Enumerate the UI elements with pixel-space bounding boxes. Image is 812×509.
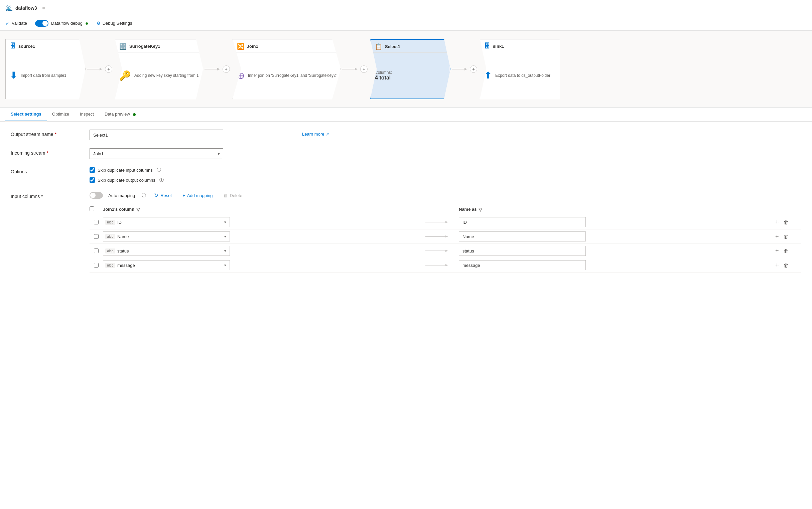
- skip-input-info-icon[interactable]: ⓘ: [157, 167, 161, 173]
- node-icon-source1: 🗄: [10, 43, 16, 50]
- delete-button[interactable]: 🗑 Delete: [221, 192, 245, 199]
- pipeline-node-join1[interactable]: 🔀 Join1 ⊕ Inner join on 'SurrogateKey1' …: [233, 39, 341, 99]
- pipeline-node-select1[interactable]: 📋 Select1 Columns: 4 total: [370, 39, 450, 99]
- add-node-2-button[interactable]: +: [223, 65, 230, 73]
- tab-select-settings[interactable]: Select settings: [5, 107, 47, 121]
- row-source-input-0[interactable]: [117, 220, 224, 225]
- add-mapping-button[interactable]: + Add mapping: [180, 192, 215, 199]
- source-dropdown-icon-2[interactable]: ▾: [224, 249, 228, 253]
- output-stream-input[interactable]: [90, 130, 223, 140]
- row-add-button-0[interactable]: +: [775, 218, 780, 227]
- table-row: abc ▾ + 🗑: [90, 258, 801, 273]
- row-add-button-2[interactable]: +: [775, 247, 780, 255]
- source-filter-icon[interactable]: ▽: [136, 207, 140, 212]
- skip-duplicate-input-checkbox[interactable]: [90, 167, 95, 173]
- node-sink-icon: ⬆: [484, 70, 492, 81]
- top-bar: 🌊 dataflow3: [0, 0, 812, 16]
- row-checkbox-0[interactable]: [94, 220, 99, 225]
- select-all-checkbox[interactable]: [90, 206, 94, 211]
- settings-icon: ⚙: [97, 21, 101, 26]
- row-checkbox-1[interactable]: [94, 234, 99, 239]
- row-target-input-2[interactable]: [459, 246, 586, 256]
- pipeline-canvas: 🗄 source1 ⬇ Import data from sample1 + 🔢…: [0, 31, 812, 107]
- row-target-2: [459, 246, 775, 256]
- skip-duplicate-output-row: Skip duplicate output columns ⓘ: [90, 177, 164, 183]
- row-target-1: [459, 232, 775, 241]
- node-header-source1: 🗄 source1: [6, 39, 85, 52]
- node-body-source1: ⬇ Import data from sample1: [6, 52, 85, 99]
- row-actions-3: + 🗑: [775, 261, 801, 270]
- pipeline-node-surrogatekey1[interactable]: 🔢 SurrogateKey1 🔑 Adding new key skey st…: [115, 39, 203, 99]
- reset-icon: ↻: [154, 192, 158, 198]
- connector-arrow-1: [87, 66, 104, 72]
- incoming-stream-select[interactable]: Join1: [90, 148, 223, 159]
- header-check-col: [90, 206, 103, 212]
- node-body-sink1: ⬆ Export data to ds_outputFolder: [480, 52, 560, 99]
- pipeline-node-sink1[interactable]: 🗄 sink1 ⬆ Export data to ds_outputFolder: [480, 39, 560, 99]
- node-body-surrogatekey1: 🔑 Adding new key skey starting from 1: [115, 53, 203, 99]
- incoming-stream-row: Incoming stream * Join1 ▾: [11, 148, 801, 159]
- source-dropdown-icon-3[interactable]: ▾: [224, 263, 228, 268]
- row-target-input-1[interactable]: [459, 232, 586, 241]
- required-marker-3: *: [41, 194, 43, 199]
- validate-icon: ✓: [5, 21, 10, 26]
- validate-button[interactable]: ✓ Validate: [5, 21, 27, 26]
- abc-tag-1: abc: [105, 234, 115, 239]
- row-source-1: abc ▾: [103, 232, 419, 241]
- connector-4: +: [450, 65, 480, 73]
- row-checkbox-2[interactable]: [94, 248, 99, 253]
- incoming-stream-label: Incoming stream *: [11, 148, 84, 156]
- reset-button[interactable]: ↻ Reset: [151, 191, 174, 200]
- skip-output-info-icon[interactable]: ⓘ: [159, 177, 164, 183]
- input-columns-label: Input columns *: [11, 191, 84, 199]
- source-dropdown-icon-0[interactable]: ▾: [224, 220, 228, 225]
- abc-tag-2: abc: [105, 248, 115, 253]
- learn-more-link[interactable]: Learn more ↗: [302, 130, 329, 137]
- row-add-button-1[interactable]: +: [775, 233, 780, 241]
- row-target-input-0[interactable]: [459, 217, 586, 227]
- row-source-wrapper-2: abc ▾: [103, 246, 230, 256]
- node-columns-info: Columns: 4 total: [375, 70, 392, 81]
- row-delete-button-1[interactable]: 🗑: [783, 233, 789, 240]
- debug-settings-button[interactable]: ⚙ Debug Settings: [97, 21, 132, 26]
- row-source-input-1[interactable]: [117, 234, 224, 239]
- tab-data-preview[interactable]: Data preview: [99, 107, 141, 121]
- row-arrow-0: [419, 219, 459, 225]
- node-icon-sink: 🗄: [484, 43, 490, 50]
- tab-inspect[interactable]: Inspect: [74, 107, 99, 121]
- row-delete-button-2[interactable]: 🗑: [783, 247, 789, 254]
- auto-mapping-toggle[interactable]: [90, 192, 103, 199]
- row-source-wrapper-1: abc ▾: [103, 232, 230, 241]
- row-add-button-3[interactable]: +: [775, 261, 780, 270]
- source-dropdown-icon-1[interactable]: ▾: [224, 234, 228, 239]
- row-target-input-3[interactable]: [459, 260, 586, 270]
- incoming-stream-select-wrap: Join1 ▾: [90, 148, 223, 159]
- row-delete-button-0[interactable]: 🗑: [783, 219, 789, 226]
- data-preview-dot: [133, 113, 136, 116]
- row-source-input-2[interactable]: [117, 248, 224, 253]
- add-node-4-button[interactable]: +: [470, 65, 477, 73]
- pipeline-node-source1[interactable]: 🗄 source1 ⬇ Import data from sample1: [5, 39, 86, 99]
- debug-toggle-item[interactable]: Data flow debug ●: [35, 20, 89, 27]
- tab-optimize[interactable]: Optimize: [47, 107, 74, 121]
- table-row: abc ▾ + 🗑: [90, 230, 801, 244]
- connector-1: +: [86, 65, 115, 73]
- add-node-1-button[interactable]: +: [105, 65, 112, 73]
- row-delete-button-3[interactable]: 🗑: [783, 262, 789, 269]
- input-columns-row: Input columns * Auto mapping ⓘ ↻ Reset +: [11, 191, 801, 273]
- add-icon: +: [183, 193, 185, 198]
- auto-mapping-info-icon[interactable]: ⓘ: [142, 192, 146, 198]
- add-node-3-button[interactable]: +: [360, 65, 367, 73]
- row-checkbox-3[interactable]: [94, 263, 99, 268]
- svg-marker-11: [446, 235, 448, 237]
- row-arrow-svg-1: [425, 234, 452, 239]
- target-col-header: Name as ▽: [459, 207, 775, 212]
- node-icon-surrogatekey: 🔢: [119, 43, 127, 50]
- debug-toggle[interactable]: [35, 20, 48, 27]
- row-source-input-3[interactable]: [117, 263, 224, 268]
- target-filter-icon[interactable]: ▽: [479, 207, 482, 212]
- row-check-1: [90, 234, 103, 239]
- required-marker-1: *: [55, 132, 57, 137]
- skip-duplicate-output-checkbox[interactable]: [90, 177, 95, 183]
- input-columns-controls: Auto mapping ⓘ ↻ Reset + Add mapping 🗑 D…: [90, 191, 801, 200]
